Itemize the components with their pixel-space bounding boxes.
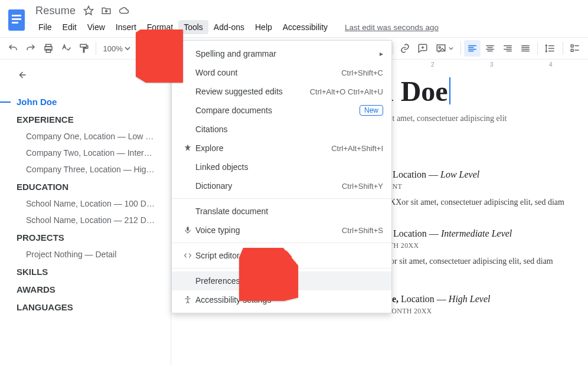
menu-edit[interactable]: Edit bbox=[57, 20, 82, 34]
outline-item[interactable]: School Name, Location — 100 D… bbox=[17, 195, 158, 212]
svg-rect-13 bbox=[187, 227, 189, 231]
tools-spelling-grammar[interactable]: Spelling and grammar▸ bbox=[172, 44, 391, 63]
line-spacing-button[interactable] bbox=[541, 40, 559, 57]
outline-heading-education[interactable]: EDUCATION bbox=[17, 178, 160, 195]
add-comment-button[interactable] bbox=[414, 40, 431, 57]
insert-image-button[interactable] bbox=[432, 40, 457, 57]
outline-heading-title[interactable]: John Doe bbox=[17, 93, 160, 110]
outline-panel: John Doe EXPERIENCE Company One, Locatio… bbox=[0, 60, 171, 366]
last-edit-link[interactable]: Last edit was seconds ago bbox=[345, 23, 439, 32]
docs-logo-icon[interactable] bbox=[5, 5, 28, 35]
tools-dropdown: Spelling and grammar▸ Word countCtrl+Shi… bbox=[171, 40, 392, 313]
outline-heading-projects[interactable]: PROJECTS bbox=[17, 228, 160, 246]
outline-heading-experience[interactable]: EXPERIENCE bbox=[17, 110, 160, 128]
accessibility-icon bbox=[180, 295, 195, 304]
document-title[interactable]: Resume bbox=[35, 5, 76, 17]
outline-close-button[interactable] bbox=[15, 69, 160, 83]
ruler-tick: 3 bbox=[490, 61, 494, 68]
svg-rect-0 bbox=[8, 9, 25, 31]
shortcut-label: Ctrl+Alt+O Ctrl+Alt+U bbox=[310, 87, 383, 96]
paint-format-button[interactable] bbox=[76, 40, 92, 57]
tools-linked-objects[interactable]: Linked objects bbox=[172, 158, 391, 176]
svg-rect-3 bbox=[12, 22, 18, 24]
align-left-button[interactable] bbox=[464, 40, 481, 57]
menu-view[interactable]: View bbox=[82, 20, 110, 34]
star-icon[interactable] bbox=[81, 4, 96, 18]
checklist-button[interactable] bbox=[567, 40, 583, 57]
outline-heading-languages[interactable]: LANGUAGES bbox=[17, 298, 160, 316]
svg-point-10 bbox=[439, 47, 440, 48]
tools-dictionary[interactable]: DictionaryCtrl+Shift+Y bbox=[172, 176, 391, 195]
explore-icon bbox=[180, 143, 195, 153]
doc-company-two-heading: o, Location — Intermediate Level bbox=[384, 228, 577, 239]
menubar: File Edit View Insert Format Tools Add-o… bbox=[33, 18, 588, 37]
outline-item[interactable]: Company Two, Location — Inter… bbox=[17, 145, 158, 161]
tools-explore[interactable]: ExploreCtrl+Alt+Shift+I bbox=[172, 139, 391, 158]
shortcut-label: Ctrl+Shift+C bbox=[341, 68, 383, 77]
svg-rect-11 bbox=[571, 45, 573, 47]
doc-subtitle: or sit amet, consectetuer adipiscing eli… bbox=[378, 114, 577, 123]
svg-rect-1 bbox=[12, 15, 21, 17]
new-badge: New bbox=[360, 105, 383, 116]
zoom-select[interactable]: 100% bbox=[100, 44, 134, 53]
menu-help[interactable]: Help bbox=[250, 20, 277, 34]
menu-addons[interactable]: Add-ons bbox=[208, 20, 250, 34]
align-right-button[interactable] bbox=[499, 40, 516, 57]
shortcut-label: Ctrl+Shift+S bbox=[342, 226, 383, 235]
outline-item[interactable]: Project Nothing — Detail bbox=[17, 246, 158, 263]
svg-rect-12 bbox=[571, 50, 573, 52]
align-center-button[interactable] bbox=[482, 40, 498, 57]
tools-review-suggested-edits[interactable]: Review suggested editsCtrl+Alt+O Ctrl+Al… bbox=[172, 82, 391, 101]
tools-preferences[interactable]: Preferences bbox=[172, 271, 391, 290]
move-icon[interactable] bbox=[99, 4, 113, 18]
insert-link-button[interactable] bbox=[397, 40, 413, 57]
submenu-arrow-icon: ▸ bbox=[380, 50, 383, 58]
menu-insert[interactable]: Insert bbox=[110, 20, 142, 34]
ruler-tick: 4 bbox=[549, 61, 553, 68]
doc-company-one-dates: SENT bbox=[384, 182, 577, 191]
tools-compare-documents[interactable]: Compare documentsNew bbox=[172, 101, 391, 120]
redo-button[interactable] bbox=[22, 40, 39, 57]
menu-format[interactable]: Format bbox=[142, 20, 178, 34]
print-button[interactable] bbox=[40, 40, 57, 57]
tools-citations[interactable]: Citations bbox=[172, 120, 391, 139]
outline-heading-skills[interactable]: SKILLS bbox=[17, 263, 160, 280]
menu-accessibility[interactable]: Accessibility bbox=[277, 20, 333, 34]
tools-accessibility-settings[interactable]: Accessibility settings bbox=[172, 290, 391, 309]
shortcut-label: Ctrl+Shift+Y bbox=[342, 182, 383, 191]
svg-rect-8 bbox=[80, 44, 87, 47]
outline-item[interactable]: Company One, Location — Low … bbox=[17, 128, 158, 145]
doc-company-one-heading: e, Location — Low Level bbox=[384, 169, 577, 180]
tools-voice-typing[interactable]: Voice typingCtrl+Shift+S bbox=[172, 221, 391, 240]
shortcut-label: Ctrl+Alt+Shift+I bbox=[331, 144, 383, 153]
svg-point-14 bbox=[187, 296, 189, 298]
align-justify-button[interactable] bbox=[517, 40, 534, 57]
tools-script-editor[interactable]: Script editor bbox=[172, 246, 391, 265]
menu-file[interactable]: File bbox=[33, 20, 57, 34]
script-icon bbox=[180, 251, 195, 260]
spellcheck-button[interactable] bbox=[58, 40, 74, 57]
menu-tools[interactable]: Tools bbox=[178, 20, 208, 34]
tools-word-count[interactable]: Word countCtrl+Shift+C bbox=[172, 63, 391, 82]
mic-icon bbox=[180, 225, 195, 235]
zoom-value: 100% bbox=[103, 44, 123, 53]
doc-company-two-dates: NTH 20XX bbox=[384, 241, 577, 250]
ruler-tick: 2 bbox=[431, 61, 435, 68]
text-cursor bbox=[449, 77, 450, 104]
svg-marker-4 bbox=[84, 6, 93, 15]
outline-item[interactable]: Company Three, Location — Hig… bbox=[17, 161, 158, 178]
outline-item[interactable]: School Name, Location — 212 D… bbox=[17, 212, 158, 228]
undo-button[interactable] bbox=[5, 40, 21, 57]
svg-rect-2 bbox=[12, 18, 21, 20]
outline-heading-awards[interactable]: AWARDS bbox=[17, 280, 160, 298]
cloud-status-icon[interactable] bbox=[117, 4, 131, 18]
tools-translate-document[interactable]: Translate document bbox=[172, 202, 391, 221]
